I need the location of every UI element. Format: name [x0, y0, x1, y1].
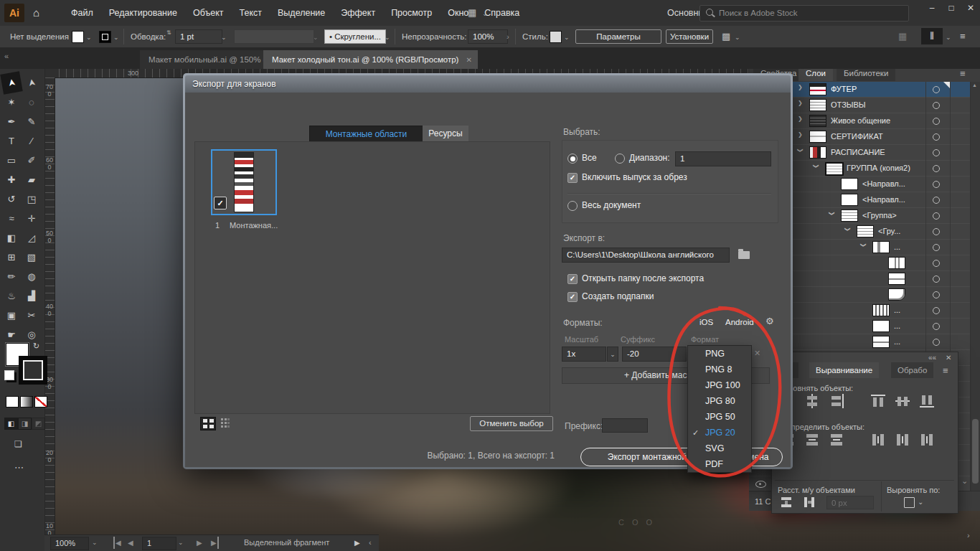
magic-wand-tool[interactable]: ✶ [1, 93, 22, 112]
stroke-weight-value[interactable]: 1 pt [175, 29, 222, 44]
radio-whole-document[interactable] [567, 201, 578, 211]
expand-chevron-icon[interactable]: ❯ [797, 148, 804, 153]
expand-chevron-icon[interactable]: ❯ [798, 116, 803, 122]
grid-view-icon[interactable] [200, 417, 216, 430]
stroke-color-control[interactable] [19, 356, 47, 385]
rotate-tool[interactable]: ↺ [1, 189, 22, 209]
format-option[interactable]: PDF [688, 456, 751, 472]
layer-target-icon[interactable] [933, 133, 940, 141]
shaper-tool[interactable]: ✚ [1, 170, 22, 189]
tab-artboards[interactable]: Монтажные области [309, 126, 423, 143]
layer-target-icon[interactable] [933, 228, 940, 235]
color-mode-icon[interactable] [6, 396, 19, 408]
checkbox-subfolders[interactable]: ✓ [567, 292, 578, 302]
align-al-c-icon[interactable] [804, 394, 821, 408]
eyedropper-tool[interactable]: ✏ [1, 267, 22, 286]
opacity-label[interactable]: Непрозрачность: [402, 26, 466, 48]
align-al-m-icon[interactable] [894, 394, 911, 408]
checkbox-open-after[interactable]: ✓ [567, 274, 578, 284]
chevron-down-icon[interactable]: ⌄ [946, 34, 951, 41]
stroke-stepper-icon[interactable]: ⇅ [166, 28, 171, 38]
collapse-panel-icon[interactable]: «« [928, 354, 936, 362]
expand-chevron-icon[interactable]: ❯ [798, 84, 803, 90]
chevron-down-icon[interactable]: ⌄ [564, 34, 570, 41]
align-al-r-icon[interactable] [828, 394, 845, 408]
perspective-grid-tool[interactable]: ◿ [22, 228, 42, 248]
prefix-input[interactable] [602, 418, 648, 433]
menu-item[interactable]: Файл [63, 0, 101, 26]
last-artboard-icon[interactable]: ▶ [211, 537, 219, 549]
radio-range[interactable] [615, 154, 625, 164]
layer-target-icon[interactable] [933, 165, 940, 172]
expand-chevron-icon[interactable]: ❯ [844, 227, 851, 232]
status-expand-icon[interactable]: ▶ [354, 537, 360, 549]
none-mode-icon[interactable] [34, 396, 47, 408]
draw-inside-icon[interactable]: ◩ [32, 418, 45, 430]
menu-item[interactable]: Текст [232, 0, 270, 26]
layer-target-icon[interactable] [933, 307, 940, 314]
expand-chevron-icon[interactable]: ❯ [798, 100, 803, 106]
format-settings-gear-icon[interactable]: ⚙ [765, 316, 774, 326]
document-tab-cold-tone[interactable]: Макет холодный тон.ai @ 100% (RGB/Просмо… [263, 50, 478, 69]
document-setup-button[interactable]: Параметры документа [575, 29, 661, 44]
layer-target-icon[interactable] [933, 181, 940, 188]
scale-tool[interactable]: ◳ [22, 189, 42, 209]
panel-menu-icon[interactable]: ≡ [960, 68, 966, 79]
type-tool[interactable]: T [1, 131, 22, 151]
distribute-dh-icon[interactable] [828, 433, 845, 447]
layer-target-icon[interactable] [933, 276, 940, 283]
menu-item[interactable]: Выделение [270, 0, 333, 26]
suffix-input[interactable]: -20 [622, 347, 687, 362]
layer-target-icon[interactable] [933, 118, 940, 125]
layer-target-icon[interactable] [933, 260, 940, 267]
layer-target-icon[interactable] [933, 244, 940, 251]
swap-fill-stroke-icon[interactable]: ↻ [33, 342, 39, 351]
spacing-value-field[interactable]: 0 px [826, 496, 874, 509]
menu-item[interactable]: Объект [185, 0, 232, 26]
first-artboard-icon[interactable]: ◀ [113, 537, 121, 549]
expand-chevron-icon[interactable]: ❯ [829, 211, 835, 216]
format-option[interactable]: PNG [688, 346, 751, 362]
artboard-checkbox[interactable]: ✓ [214, 197, 227, 209]
stroke-weight-label[interactable]: Обводка: [131, 26, 166, 48]
preferences-button[interactable]: Установки [666, 29, 713, 44]
artboard-card[interactable]: ✓ [211, 149, 277, 215]
minimize-button[interactable]: – [923, 0, 941, 16]
chevron-down-icon[interactable]: ⌄ [221, 34, 227, 41]
selection-tool[interactable]: ➤ [0, 71, 22, 94]
opacity-expand-icon[interactable]: › [507, 26, 509, 47]
distribute-dh-icon[interactable] [804, 433, 821, 447]
menu-item[interactable]: Просмотр [383, 0, 440, 26]
chevron-down-icon[interactable]: ⌄ [86, 34, 92, 41]
format-option[interactable]: JPG 80 [688, 393, 751, 409]
symbol-sprayer-tool[interactable]: ♨ [1, 286, 22, 306]
expand-chevron-icon[interactable]: ❯ [860, 242, 867, 248]
checkbox-bleed[interactable]: ✓ [567, 173, 578, 183]
default-fill-stroke-icon[interactable] [4, 370, 14, 380]
panel-list-icon[interactable]: ≡ [960, 26, 966, 47]
menu-item[interactable]: Эффект [333, 0, 383, 26]
align-al-t-icon[interactable] [870, 394, 887, 408]
browse-folder-icon[interactable] [738, 251, 750, 259]
fill-color-swatch[interactable] [72, 31, 84, 43]
arrange-documents-active-icon[interactable]: ⫼ [921, 28, 943, 44]
tab-assets[interactable]: Ресурсы [423, 126, 468, 141]
column-graph-tool[interactable]: ▟ [22, 286, 42, 306]
more-tools-icon[interactable]: ⋯ [14, 462, 24, 473]
lasso-tool[interactable]: ◌ [22, 93, 42, 112]
visibility-eye-icon[interactable] [755, 481, 766, 488]
range-input[interactable]: 1 [675, 151, 771, 166]
chevron-down-icon[interactable]: ⌄ [113, 34, 119, 41]
layer-target-icon[interactable] [933, 149, 940, 156]
arrange-documents-icon[interactable]: ▦ [468, 7, 476, 18]
draw-behind-icon[interactable]: ◨ [18, 418, 32, 430]
adobe-stock-search[interactable]: Поиск в Adobe Stock [699, 5, 909, 22]
shape-builder-tool[interactable]: ◧ [1, 228, 22, 248]
scale-chevron-icon[interactable]: ⌄ [607, 347, 618, 362]
mesh-tool[interactable]: ⊞ [1, 248, 22, 267]
scrollbar-thumb[interactable] [972, 419, 979, 484]
gradient-tool[interactable]: ▧ [22, 248, 42, 267]
spacing-sh-icon[interactable] [802, 496, 819, 510]
illustrator-logo[interactable]: Ai [4, 4, 24, 22]
home-icon[interactable]: ⌂ [33, 6, 39, 19]
